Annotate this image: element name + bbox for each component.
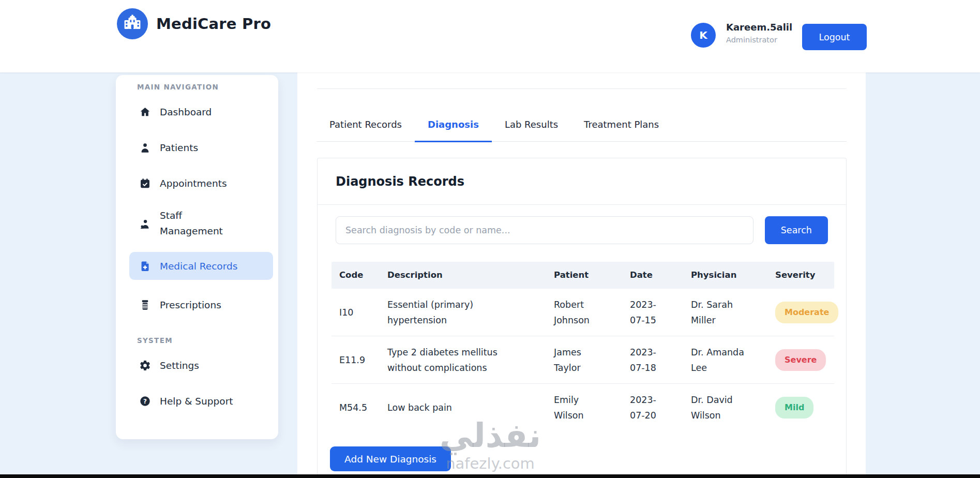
search-button[interactable]: Search [765, 216, 828, 244]
cell-patient: James Taylor [546, 345, 622, 376]
sidebar-item-dashboard[interactable]: Dashboard [129, 94, 273, 130]
description-text: Essential (primary) hypertension [387, 297, 517, 328]
diagnosis-panel: Diagnosis Records Search CodeDescription… [317, 158, 847, 478]
physician-name: Dr. Sarah Miller [691, 297, 757, 328]
patient-name: Emily Wilson [554, 392, 608, 423]
search-input[interactable] [336, 216, 753, 244]
logout-button[interactable]: Logout [802, 24, 867, 50]
severity-badge: Moderate [775, 302, 838, 323]
tab-lab-results[interactable]: Lab Results [492, 119, 571, 142]
physician-name: Dr. Amanda Lee [691, 345, 757, 376]
sidebar-list: Settings?Help & Support [116, 348, 278, 419]
sidebar-section-label: MAIN NAVIGATION [137, 83, 278, 91]
user-avatar[interactable]: K [691, 23, 716, 48]
table-row: I10Essential (primary) hypertensionRober… [331, 289, 834, 336]
diagnosis-table: CodeDescriptionPatientDatePhysicianSever… [331, 262, 834, 431]
column-header-patient: Patient [546, 267, 622, 283]
description-text: Low back pain [387, 400, 517, 415]
cell-patient: Robert Johnson [546, 297, 622, 328]
tab-treatment-plans[interactable]: Treatment Plans [571, 119, 672, 142]
sidebar-section-label: SYSTEM [137, 336, 278, 345]
severity-badge: Severe [775, 349, 826, 371]
patient-icon [139, 141, 152, 154]
cell-physician: Dr. Amanda Lee [683, 345, 767, 376]
tab-patient-records[interactable]: Patient Records [316, 119, 415, 142]
table-row: M54.5Low back painEmily Wilson2023- 07-2… [331, 384, 834, 431]
cell-physician: Dr. David Wilson [683, 392, 767, 423]
cell-severity: Severe [767, 349, 834, 371]
sidebar-item-label: Prescriptions [160, 300, 221, 310]
user-role: Administrator [726, 34, 792, 46]
sidebar-item-label: Settings [160, 360, 199, 371]
add-diagnosis-button[interactable]: Add New Diagnosis [330, 446, 451, 471]
column-header-physician: Physician [683, 267, 767, 283]
search-row: Search [336, 216, 828, 244]
table-header-row: CodeDescriptionPatientDatePhysicianSever… [331, 262, 834, 289]
sidebar-item-label: Staff Management [160, 208, 223, 239]
description-text: Type 2 diabetes mellitus without complic… [387, 345, 517, 376]
app-title: MediCare Pro [156, 15, 271, 33]
sidebar-item-staff-management[interactable]: Staff Management [129, 201, 273, 246]
calendar-check-icon [139, 177, 152, 190]
column-header-description: Description [380, 267, 546, 283]
cell-code: E11.9 [331, 352, 380, 368]
cell-description: Essential (primary) hypertension [380, 297, 546, 328]
main-content: Patient RecordsDiagnosisLab ResultsTreat… [297, 72, 866, 474]
staff-icon [139, 217, 152, 230]
medical-record-icon [139, 260, 152, 273]
cell-date: 2023- 07-18 [622, 345, 683, 376]
brand: MediCare Pro [117, 8, 271, 39]
app-header: MediCare Pro K Kareem.5alil Administrato… [0, 0, 980, 72]
cell-code: M54.5 [331, 400, 380, 415]
table-row: E11.9Type 2 diabetes mellitus without co… [331, 336, 834, 384]
patient-name: Robert Johnson [554, 297, 608, 328]
panel-title: Diagnosis Records [336, 174, 464, 189]
screen-bottom-edge [0, 474, 980, 478]
sidebar-item-settings[interactable]: Settings [129, 348, 273, 383]
cell-code: I10 [331, 305, 380, 320]
sidebar-item-label: Dashboard [160, 107, 212, 117]
tab-diagnosis[interactable]: Diagnosis [415, 119, 492, 142]
panel-header: Diagnosis Records [318, 158, 846, 205]
sidebar-item-help-support[interactable]: ?Help & Support [129, 383, 273, 419]
cell-description: Type 2 diabetes mellitus without complic… [380, 345, 546, 376]
table-body: I10Essential (primary) hypertensionRober… [331, 289, 834, 431]
user-name: Kareem.5alil [726, 21, 792, 34]
sidebar-list: DashboardPatientsAppointmentsStaff Manag… [116, 94, 278, 323]
cell-date: 2023- 07-20 [622, 392, 683, 423]
cell-severity: Moderate [767, 302, 834, 323]
sidebar-item-medical-records[interactable]: Medical Records [129, 252, 273, 280]
column-header-severity: Severity [767, 267, 834, 283]
sidebar-item-patients[interactable]: Patients [129, 130, 273, 166]
cell-patient: Emily Wilson [546, 392, 622, 423]
svg-text:?: ? [143, 398, 147, 405]
patient-name: James Taylor [554, 345, 608, 376]
gear-icon [139, 359, 152, 372]
tab-bar: Patient RecordsDiagnosisLab ResultsTreat… [316, 72, 847, 142]
severity-badge: Mild [775, 397, 813, 419]
sidebar-item-label: Appointments [160, 178, 227, 189]
hospital-logo-icon [117, 8, 148, 39]
cell-description: Low back pain [380, 400, 546, 415]
sidebar-item-prescriptions[interactable]: Prescriptions [129, 287, 273, 323]
column-header-code: Code [331, 267, 380, 283]
user-menu[interactable]: K Kareem.5alil Administrator [691, 21, 792, 48]
sidebar: MAIN NAVIGATIONDashboardPatientsAppointm… [116, 75, 278, 439]
sidebar-item-appointments[interactable]: Appointments [129, 166, 273, 201]
cell-severity: Mild [767, 397, 834, 419]
home-icon [139, 106, 152, 118]
help-circle-icon: ? [139, 395, 152, 408]
cell-physician: Dr. Sarah Miller [683, 297, 767, 328]
sidebar-item-label: Medical Records [160, 261, 237, 272]
cell-date: 2023- 07-15 [622, 297, 683, 328]
sidebar-item-label: Patients [160, 142, 198, 153]
column-header-date: Date [622, 267, 683, 283]
prescription-icon [139, 298, 152, 311]
physician-name: Dr. David Wilson [691, 392, 757, 423]
sidebar-item-label: Help & Support [160, 396, 233, 407]
